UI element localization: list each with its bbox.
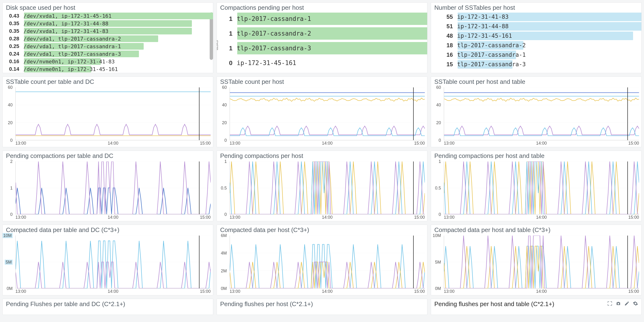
list-item[interactable]: 1tlp-2017-cassandra-2 <box>222 27 423 40</box>
chart[interactable]: 020406013:0014:0015:00 <box>217 86 427 147</box>
x-tick-label: 14:00 <box>108 289 118 295</box>
x-tick-label: 13:00 <box>230 141 240 147</box>
y-tick-label: 0 <box>10 138 12 143</box>
list-item[interactable]: 0.16/dev/nvme0n1, ip-172-31-41-83 <box>2 58 209 65</box>
bar-value: 0.14 <box>2 66 22 72</box>
panel-sstable-host[interactable]: SSTable count per host 020406013:0014:00… <box>216 76 428 147</box>
bar-label: ip-172-31-45-161 <box>235 59 296 66</box>
panel-sstable-host-table[interactable]: SSTable count per host and table 0204060… <box>431 76 642 147</box>
chart-plot[interactable] <box>444 88 639 140</box>
list-item[interactable]: 0.35/dev/xvda1, ip-172-31-41-83 <box>2 28 209 35</box>
panel-compacted-host-table[interactable]: Compacted data per host and table (C*3+)… <box>431 225 642 296</box>
chart[interactable]: 020406013:0014:0015:00 <box>431 86 642 147</box>
bar-value: 15 <box>436 61 455 68</box>
bar-value: 16 <box>436 52 455 58</box>
gear-icon[interactable] <box>633 300 638 308</box>
bar-label: tlp-2017-cassandra-3 <box>455 61 526 68</box>
list-item[interactable]: 18tlp-2017-cassandra-2 <box>436 41 637 50</box>
x-tick-label: 14:00 <box>536 289 547 295</box>
x-tick-label: 14:00 <box>536 141 547 147</box>
camera-icon[interactable] <box>616 300 621 308</box>
y-tick-label: 0M <box>435 286 441 291</box>
time-cursor[interactable] <box>628 162 628 214</box>
panel-title: SSTable count per host <box>217 77 427 86</box>
panel-sstables-per-host[interactable]: Number of SSTables per host files 55ip-1… <box>431 2 642 73</box>
list-item[interactable]: 1tlp-2017-cassandra-3 <box>222 42 423 54</box>
list-item[interactable]: 55ip-172-31-41-83 <box>436 12 637 21</box>
x-tick-label: 13:00 <box>444 215 454 221</box>
panel-compactions-pending[interactable]: Compactions pending per host tasks 1tlp-… <box>216 2 428 73</box>
scrollbar[interactable] <box>210 12 213 73</box>
chart-plot[interactable] <box>16 236 211 288</box>
chart[interactable]: 0M5M10M13:0014:0015:00 <box>2 234 213 295</box>
panel-compacted-table-dc[interactable]: Compacted data per table and DC (C*3+) 0… <box>2 225 213 296</box>
panel-disk-space[interactable]: Disk space used per host 0.43/dev/xvda1,… <box>2 2 213 73</box>
chart-plot[interactable] <box>16 88 211 140</box>
bar-value: 0.24 <box>2 51 22 57</box>
list-item[interactable]: 15tlp-2017-cassandra-3 <box>436 60 637 69</box>
panel-pending-comp-table-dc[interactable]: Pending compactions per table and DC 012… <box>2 150 213 221</box>
panel-sstable-table-dc[interactable]: SSTable count per table and DC 020406013… <box>2 76 213 147</box>
panel-flushes-host-table[interactable]: Pending flushes per host and table (C*2.… <box>431 299 642 315</box>
barlist-compactions: tasks 1tlp-2017-cassandra-11tlp-2017-cas… <box>217 12 427 73</box>
list-item[interactable]: 0.24/dev/vda1, tlp-2017-cassandra-3 <box>2 50 209 58</box>
list-item[interactable]: 51ip-172-31-44-88 <box>436 22 637 31</box>
chart[interactable]: 00.5113:0014:0015:00 <box>431 160 642 221</box>
panel-title: Compacted data per host and table (C*3+) <box>431 225 642 234</box>
list-item[interactable]: 0.25/dev/vda1, tlp-2017-cassandra-1 <box>2 43 209 50</box>
panel-pending-comp-host[interactable]: Pending compactions per host 00.5113:001… <box>216 150 428 221</box>
chart-plot[interactable] <box>230 88 425 140</box>
chart[interactable]: 0M2M4M6M13:0014:0015:00 <box>217 234 427 295</box>
list-item[interactable]: 0.43/dev/xvda1, ip-172-31-45-161 <box>2 12 209 20</box>
panel-pending-comp-host-table[interactable]: Pending compactions per host and table 0… <box>431 150 642 221</box>
x-tick-label: 14:00 <box>322 215 332 221</box>
time-cursor[interactable] <box>628 88 628 140</box>
x-tick-label: 14:00 <box>322 141 332 147</box>
list-item[interactable]: 0.28/dev/vda1, tlp-2017-cassandra-2 <box>2 35 209 42</box>
barlist-disk-space: 0.43/dev/xvda1, ip-172-31-45-1610.35/dev… <box>2 12 213 73</box>
x-tick-label: 13:00 <box>230 215 240 221</box>
chart-plot[interactable] <box>230 162 425 214</box>
time-cursor[interactable] <box>413 162 414 214</box>
chart-plot[interactable] <box>16 162 211 214</box>
chart[interactable]: 0M5M10M13:0014:0015:00 <box>431 234 642 295</box>
list-item[interactable]: 48ip-172-31-45-161 <box>436 31 637 40</box>
panel-title: Compacted data per host (C*3+) <box>217 225 427 234</box>
bar-label: ip-172-31-44-88 <box>455 23 509 30</box>
chart-plot[interactable] <box>444 236 639 288</box>
panel-flushes-host[interactable]: Pending flushes per host (C*2.1+) <box>216 299 428 315</box>
y-tick-label: 60 <box>436 85 441 90</box>
chart[interactable]: 00.5113:0014:0015:00 <box>217 160 427 221</box>
time-cursor[interactable] <box>413 236 414 288</box>
y-tick-label: 40 <box>8 102 12 108</box>
list-item[interactable]: 1tlp-2017-cassandra-1 <box>222 12 423 25</box>
x-tick-label: 15:00 <box>414 215 425 221</box>
x-tick-label: 15:00 <box>200 141 211 147</box>
bar-value: 55 <box>436 14 455 20</box>
panel-title: Number of SSTables per host <box>431 2 642 12</box>
list-item[interactable]: 0ip-172-31-45-161 <box>222 56 423 69</box>
y-tick-label: 0M <box>221 286 227 291</box>
list-item[interactable]: 16tlp-2017-cassandra-1 <box>436 50 637 59</box>
panel-compacted-host[interactable]: Compacted data per host (C*3+) 0M2M4M6M1… <box>216 225 428 296</box>
y-tick-label: 1 <box>10 186 12 190</box>
panel-flushes-table-dc[interactable]: Pending Flushes per table and DC (C*2.1+… <box>2 299 213 315</box>
list-item[interactable]: 0.35/dev/xvda1, ip-172-31-44-88 <box>2 20 209 27</box>
time-cursor[interactable] <box>199 88 200 140</box>
bar-value: 51 <box>436 23 455 30</box>
scrollbar-thumb[interactable] <box>210 12 213 60</box>
chart-plot[interactable] <box>230 236 425 288</box>
list-item[interactable]: 0.14/dev/nvme0n1, ip-172-31-45-161 <box>2 66 209 73</box>
time-cursor[interactable] <box>199 236 200 288</box>
chart-plot[interactable] <box>444 162 639 214</box>
time-cursor[interactable] <box>199 162 200 214</box>
edit-icon[interactable] <box>624 300 630 308</box>
dashboard-grid: Disk space used per host 0.43/dev/xvda1,… <box>1 1 643 316</box>
chart[interactable]: 020406013:0014:0015:00 <box>2 86 213 147</box>
chart[interactable]: 01213:0014:0015:00 <box>2 160 213 221</box>
bar-value: 0.35 <box>2 20 22 26</box>
time-cursor[interactable] <box>413 88 414 140</box>
fullscreen-icon[interactable] <box>607 300 612 308</box>
bar-value: 0.25 <box>2 43 22 50</box>
time-cursor[interactable] <box>628 236 628 288</box>
